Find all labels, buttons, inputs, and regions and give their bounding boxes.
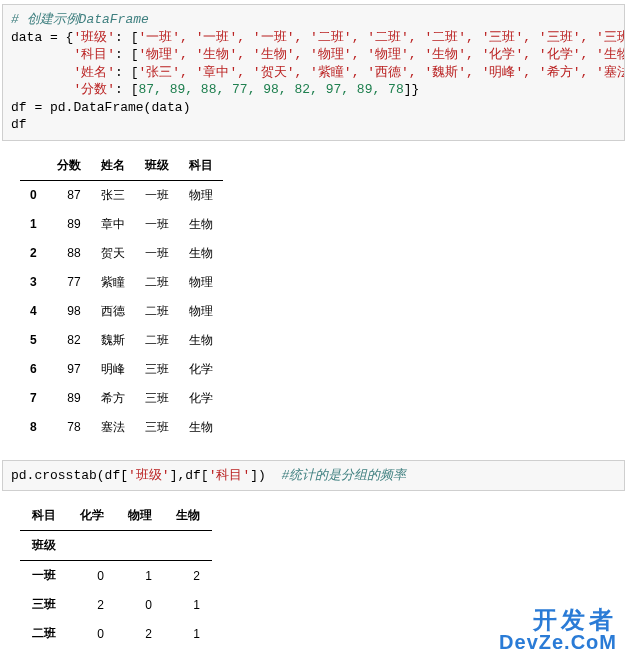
code-cell-2: pd.crosstab(df['班级'],df['科目']) #统计的是分组的频… — [2, 460, 625, 492]
table-header-row: 分数 姓名 班级 科目 — [20, 151, 223, 181]
table-row: 087张三一班物理 — [20, 180, 223, 210]
col-header: 班级 — [135, 151, 179, 181]
table-row: 三班201 — [20, 590, 212, 619]
table-row: 878塞法三班生物 — [20, 413, 223, 442]
table-header-row: 科目 化学 物理 生物 — [20, 501, 212, 531]
code-comment: # 创建示例DataFrame — [11, 12, 149, 27]
table-row: 288贺天一班生物 — [20, 239, 223, 268]
table-row: 582魏斯二班生物 — [20, 326, 223, 355]
code-cell-1: # 创建示例DataFrame data = {'班级': ['一班', '一班… — [2, 4, 625, 141]
table-row: 498西德二班物理 — [20, 297, 223, 326]
col-header: 化学 — [68, 501, 116, 531]
col-header: 生物 — [164, 501, 212, 531]
col-index-name: 科目 — [20, 501, 68, 531]
table-row: 189章中一班生物 — [20, 210, 223, 239]
col-header: 科目 — [179, 151, 223, 181]
crosstab-output: 科目 化学 物理 生物 班级 一班012 三班201 二班021 — [20, 501, 212, 648]
table-row: 一班012 — [20, 561, 212, 591]
dataframe-output: 分数 姓名 班级 科目 087张三一班物理 189章中一班生物 288贺天一班生… — [20, 151, 223, 442]
col-header: 分数 — [47, 151, 91, 181]
watermark: 开发者 DevZe.CoM — [499, 607, 617, 653]
row-index-name: 班级 — [20, 531, 68, 561]
watermark-line2: DevZe.CoM — [499, 632, 617, 653]
table-row: 377紫瞳二班物理 — [20, 268, 223, 297]
col-header: 物理 — [116, 501, 164, 531]
row-index-name-row: 班级 — [20, 531, 212, 561]
table-row: 789希方三班化学 — [20, 384, 223, 413]
col-header: 姓名 — [91, 151, 135, 181]
table-row: 697明峰三班化学 — [20, 355, 223, 384]
table-row: 二班021 — [20, 619, 212, 648]
watermark-line1: 开发者 — [499, 607, 617, 632]
index-header — [20, 151, 47, 181]
